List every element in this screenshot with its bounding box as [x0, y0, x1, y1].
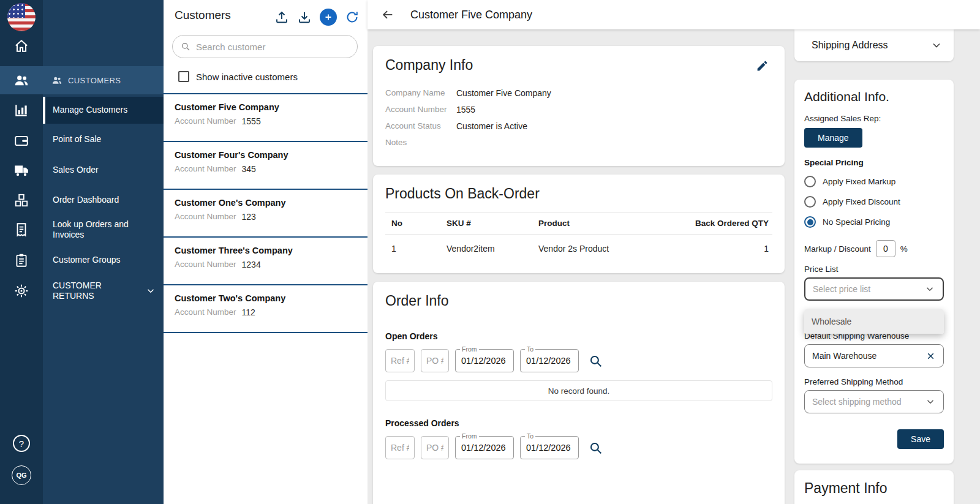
nav-home[interactable] [0, 38, 43, 54]
customers-people-icon [13, 72, 29, 88]
show-inactive-row: Show inactive customers [178, 71, 298, 82]
nav-customers[interactable] [0, 72, 43, 88]
ref-number-input[interactable] [385, 349, 415, 372]
shipping-method-select[interactable]: Select shipping method [804, 390, 944, 413]
show-inactive-label: Show inactive customers [196, 72, 298, 82]
card-title: Payment Info [804, 480, 944, 497]
sidebar-item-point-of-sale[interactable]: Point of Sale [43, 129, 164, 150]
manage-sales-rep-button[interactable]: Manage [804, 128, 862, 148]
page-title: Customer Five Company [410, 9, 532, 21]
to-date-field[interactable]: To 01/12/2026 [520, 349, 579, 372]
no-record-message: No record found. [385, 380, 772, 401]
help-icon: ? [13, 435, 30, 452]
sidebar-item-sales-order[interactable]: Sales Order [43, 160, 164, 181]
clear-warehouse-button[interactable] [925, 351, 936, 361]
search-input[interactable] [196, 42, 350, 52]
customer-name: Customer One's Company [175, 198, 356, 208]
home-icon [13, 38, 29, 54]
account-number: 1555 [242, 116, 261, 126]
po-number-input[interactable] [421, 349, 449, 372]
customer-list-item[interactable]: Customer Four's Company Account Number34… [164, 142, 368, 190]
price-list-select[interactable]: Select price list [804, 277, 944, 301]
column-header: No [385, 219, 447, 228]
chevron-down-icon[interactable] [930, 39, 943, 51]
sidebar-section-customers: CUSTOMERS [43, 69, 164, 92]
customer-list-item[interactable]: Customer Two's Company Account Number112 [164, 285, 368, 333]
sidebar-item-customer-groups[interactable]: Customer Groups [43, 250, 164, 271]
app-logo[interactable] [0, 3, 43, 31]
field-value: 1555 [456, 105, 475, 115]
column-header: SKU # [447, 219, 538, 228]
nav-invoices[interactable] [0, 222, 43, 238]
customer-list-item[interactable]: Customer Three's Company Account Number1… [164, 238, 368, 285]
to-date-value: 01/12/2026 [526, 443, 571, 453]
user-avatar[interactable]: QG [0, 465, 43, 485]
sidebar-item-manage-customers[interactable]: Manage Customers [43, 97, 164, 124]
radio-no-special-pricing[interactable]: No Special Pricing [804, 216, 944, 228]
search-processed-orders-button[interactable] [588, 440, 603, 456]
customer-list-item[interactable]: Customer Five Company Account Number1555 [164, 94, 368, 142]
radio-apply-fixed-markup[interactable]: Apply Fixed Markup [804, 176, 944, 187]
nav-orders[interactable] [0, 252, 43, 268]
sidebar-item-lookup-orders[interactable]: Look up Orders and Invoices [43, 216, 164, 244]
nav-reports[interactable] [0, 102, 43, 118]
refresh-button[interactable] [345, 10, 360, 24]
shipping-method-placeholder: Select shipping method [812, 397, 902, 407]
from-date-field[interactable]: From 01/12/2026 [455, 436, 514, 459]
account-label: Account Number [175, 307, 236, 317]
customer-list-item[interactable]: Customer One's Company Account Number123 [164, 190, 368, 238]
radio-apply-fixed-discount[interactable]: Apply Fixed Discount [804, 196, 944, 208]
menu-item-label: Look up Orders and Invoices [53, 219, 139, 241]
processed-orders-label: Processed Orders [385, 418, 772, 428]
search-open-orders-button[interactable] [588, 353, 603, 369]
customer-list-panel: Customers Show inactive customers Custom… [164, 0, 368, 504]
nav-delivery[interactable] [0, 162, 43, 178]
account-label: Account Number [175, 164, 236, 174]
customer-list: Customer Five Company Account Number1555… [164, 93, 368, 333]
payment-info-card: Payment Info [794, 470, 954, 504]
markup-value-input[interactable] [876, 240, 895, 257]
open-orders-filters: From 01/12/2026 To 01/12/2026 [385, 349, 772, 372]
nav-pos[interactable] [0, 132, 43, 148]
ref-number-input[interactable] [385, 436, 415, 459]
account-number: 112 [242, 307, 255, 317]
account-label: Account Number [175, 212, 236, 222]
shipping-address-panel[interactable]: Shipping Address [794, 29, 954, 61]
nav-settings[interactable] [0, 283, 43, 299]
menu-item-label: Manage Customers [53, 105, 127, 116]
field-value: Customer is Active [456, 121, 527, 131]
radio-label: No Special Pricing [823, 217, 890, 227]
menu-item-label: Order Dashboard [53, 195, 119, 206]
upload-button[interactable] [274, 10, 289, 24]
column-header: Back Ordered QTY [668, 219, 772, 228]
save-button[interactable]: Save [897, 429, 944, 449]
truck-icon [13, 162, 29, 178]
nav-inventory[interactable] [0, 192, 43, 208]
account-number: 345 [242, 164, 256, 174]
from-date-value: 01/12/2026 [461, 443, 506, 453]
sales-rep-label: Assigned Sales Rep: [804, 114, 944, 123]
flag-logo-icon [7, 3, 36, 31]
help-button[interactable]: ? [0, 435, 43, 452]
account-label: Account Number [175, 116, 236, 126]
field-label: Account Status [385, 121, 456, 131]
download-button[interactable] [297, 10, 312, 24]
percent-sign: % [900, 244, 908, 254]
sidebar-item-order-dashboard[interactable]: Order Dashboard [43, 190, 164, 211]
dropdown-option-wholesale[interactable]: Wholesale [804, 309, 944, 334]
card-title: Products On Back-Order [385, 186, 772, 202]
sidebar-item-customer-returns[interactable]: CUSTOMER RETURNS [43, 277, 164, 305]
warehouse-field[interactable]: Main Warehouse [804, 344, 944, 367]
account-number: 123 [242, 212, 256, 222]
po-number-input[interactable] [421, 436, 449, 459]
panel-toolbar [274, 9, 360, 26]
edit-company-button[interactable] [756, 59, 769, 72]
back-button[interactable] [381, 8, 394, 21]
card-title: Company Info [385, 57, 772, 73]
to-date-field[interactable]: To 01/12/2026 [520, 436, 579, 459]
from-date-field[interactable]: From 01/12/2026 [455, 349, 514, 372]
wallet-icon [13, 132, 29, 148]
add-customer-button[interactable] [320, 9, 337, 26]
special-pricing-label: Special Pricing [804, 158, 944, 167]
show-inactive-checkbox[interactable] [178, 71, 189, 82]
